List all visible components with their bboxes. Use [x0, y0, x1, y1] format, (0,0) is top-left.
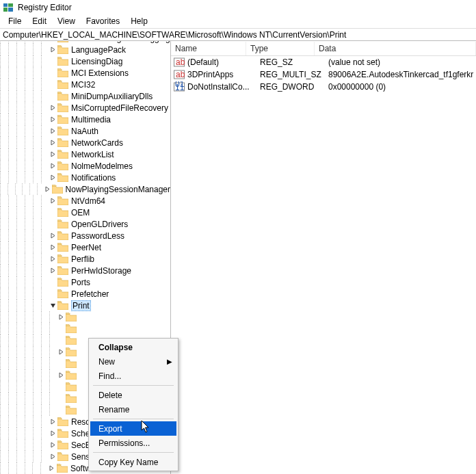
tree-label[interactable]: OpenGLDrivers — [71, 220, 128, 229]
expander-icon[interactable] — [49, 453, 56, 460]
tree-item[interactable]: LanguagePack — [0, 44, 170, 55]
tree-item[interactable]: MCI32 — [0, 79, 170, 90]
value-row[interactable]: ab3DPrintAppsREG_MULTI_SZ89006A2E.Autode… — [171, 68, 476, 81]
tree-label[interactable]: MCI32 — [71, 80, 95, 90]
expander-icon[interactable] — [57, 349, 64, 356]
ctx-collapse[interactable]: Collapse — [90, 340, 176, 354]
tree-item[interactable]: Print — [0, 300, 170, 311]
menu-file[interactable]: File — [3, 15, 27, 28]
tree-item[interactable]: LicensingDiag — [0, 55, 170, 67]
col-header-data[interactable]: Data — [315, 42, 476, 55]
ctx-delete[interactable]: Delete — [90, 388, 176, 402]
expander-icon[interactable] — [49, 174, 56, 181]
expander-icon[interactable] — [49, 198, 56, 205]
expander-icon[interactable] — [49, 105, 56, 111]
tree-item[interactable]: NolmeModelmes — [0, 160, 170, 172]
tree-item[interactable] — [0, 323, 170, 334]
expander-icon[interactable] — [49, 244, 56, 251]
tree-label[interactable]: NetworkCards — [71, 138, 123, 148]
expander-icon[interactable] — [49, 209, 56, 216]
tree-label[interactable]: LanguagePack — [71, 45, 126, 55]
tree-item[interactable]: PerHwIdStorage — [0, 265, 170, 276]
tree-item[interactable]: NetworkCards — [0, 137, 170, 148]
tree-item[interactable]: NtVdm64 — [0, 195, 170, 207]
tree-item[interactable] — [0, 311, 170, 323]
ctx-export[interactable]: Export — [90, 421, 176, 436]
tree-label[interactable]: MCI Extensions — [71, 68, 129, 78]
tree-label[interactable]: MsiCorruptedFileRecovery — [71, 103, 168, 113]
expander-icon[interactable] — [57, 360, 64, 367]
expander-icon[interactable] — [49, 128, 56, 135]
expander-icon[interactable] — [57, 314, 64, 321]
expander-icon[interactable] — [49, 430, 56, 437]
ctx-rename[interactable]: Rename — [90, 402, 176, 417]
value-row[interactable]: 011110DoNotInstallCo...REG_DWORD0x000000… — [171, 81, 476, 93]
tree-label[interactable]: NetworkList — [71, 150, 114, 159]
tree-label[interactable]: PasswordLess — [71, 231, 124, 241]
expander-icon[interactable] — [49, 233, 56, 239]
values-pane[interactable]: Name Type Data ab(Default)REG_SZ(value n… — [171, 41, 476, 474]
menu-help[interactable]: Help — [125, 15, 153, 28]
tree-label[interactable]: NolmeModelmes — [71, 161, 133, 171]
expander-icon[interactable] — [49, 221, 56, 228]
tree-item[interactable]: NaAuth — [0, 125, 170, 137]
tree-label[interactable]: NaAuth — [71, 127, 98, 136]
tree-label[interactable]: Print — [71, 300, 91, 311]
ctx-new[interactable]: New▶ — [90, 354, 176, 369]
tree-item[interactable]: Prefetcher — [0, 288, 170, 300]
expander-icon[interactable] — [57, 337, 64, 344]
tree-label[interactable]: Perflib — [71, 254, 94, 264]
expander-icon[interactable] — [44, 186, 51, 193]
expander-icon[interactable] — [57, 326, 64, 332]
expander-icon[interactable] — [49, 41, 56, 42]
tree-item[interactable]: PasswordLess — [0, 230, 170, 241]
tree-item[interactable]: Ports — [0, 276, 170, 288]
expander-icon[interactable] — [49, 302, 56, 309]
tree-item[interactable]: Notifications — [0, 172, 170, 183]
tree-item[interactable]: OpenGLDrivers — [0, 218, 170, 230]
tree-item[interactable]: NowPlayingSessionManager — [0, 183, 170, 195]
tree-label[interactable]: PeerNet — [71, 243, 101, 252]
expander-icon[interactable] — [49, 256, 56, 263]
expander-icon[interactable] — [49, 81, 56, 88]
ctx-permissions[interactable]: Permissions... — [90, 436, 176, 450]
tree-label[interactable]: NowPlayingSessionManager — [66, 185, 170, 194]
menu-favorites[interactable]: Favorites — [81, 15, 125, 28]
tree-label[interactable]: Multimedia — [71, 115, 111, 124]
col-header-type[interactable]: Type — [246, 42, 315, 55]
expander-icon[interactable] — [49, 163, 56, 170]
tree-item[interactable]: PeerNet — [0, 241, 170, 253]
tree-label[interactable]: NtVdm64 — [71, 196, 105, 206]
tree-item[interactable]: Multimedia — [0, 114, 170, 125]
ctx-find[interactable]: Find... — [90, 369, 176, 383]
expander-icon[interactable] — [49, 291, 56, 298]
tree-item[interactable]: MiniDumpAuxiliaryDlls — [0, 90, 170, 102]
expander-icon[interactable] — [49, 267, 56, 274]
expander-icon[interactable] — [49, 140, 56, 146]
expander-icon[interactable] — [49, 58, 56, 65]
expander-icon[interactable] — [49, 70, 56, 77]
tree-label[interactable]: Prefetcher — [71, 289, 109, 299]
expander-icon[interactable] — [49, 93, 56, 100]
tree-label[interactable]: Notifications — [71, 173, 116, 183]
tree-label[interactable]: OEM — [71, 208, 90, 218]
tree-label[interactable]: PerHwIdStorage — [71, 266, 131, 276]
expander-icon[interactable] — [49, 116, 56, 123]
expander-icon[interactable] — [49, 279, 56, 286]
expander-icon[interactable] — [49, 465, 55, 472]
expander-icon[interactable] — [49, 442, 56, 449]
value-row[interactable]: ab(Default)REG_SZ(value not set) — [171, 56, 476, 68]
expander-icon[interactable] — [57, 384, 64, 391]
tree-item[interactable]: MsiCorruptedFileRecovery — [0, 102, 170, 114]
tree-item[interactable]: NetworkList — [0, 148, 170, 160]
expander-icon[interactable] — [49, 419, 56, 425]
expander-icon[interactable] — [57, 395, 64, 402]
address-bar[interactable]: Computer\HKEY_LOCAL_MACHINE\SOFTWARE\Mic… — [0, 29, 476, 41]
values-header[interactable]: Name Type Data — [171, 41, 476, 56]
tree-item[interactable]: MCI Extensions — [0, 67, 170, 79]
col-header-name[interactable]: Name — [171, 42, 246, 55]
tree-label[interactable]: KnownManagedDebugging — [71, 41, 170, 43]
expander-icon[interactable] — [49, 151, 56, 158]
menu-view[interactable]: View — [52, 15, 81, 28]
tree-label[interactable]: Ports — [71, 278, 90, 287]
